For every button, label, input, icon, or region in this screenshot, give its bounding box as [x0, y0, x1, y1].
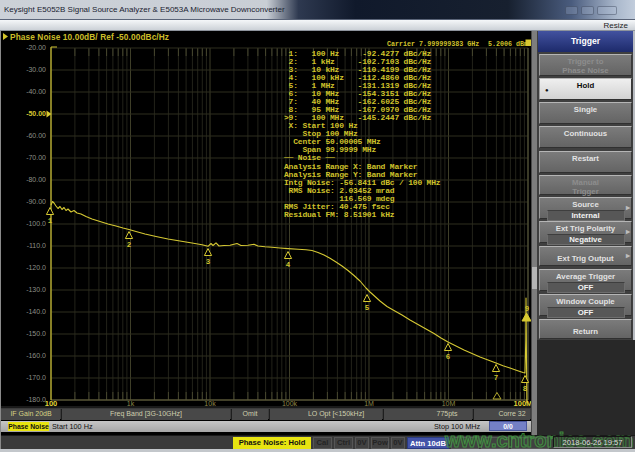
- svg-text:Phase Noise 10.00dB/ Ref -50.0: Phase Noise 10.00dB/ Ref -50.00dBc/Hz: [10, 32, 169, 42]
- svg-text:-150.0: -150.0: [26, 330, 46, 337]
- svg-text:-100.0: -100.0: [26, 220, 46, 227]
- svg-text:-30.00: -30.00: [26, 66, 46, 73]
- svg-text:-120.0: -120.0: [26, 264, 46, 271]
- svg-text:-140.0: -140.0: [26, 308, 46, 315]
- svg-text:-20.00: -20.00: [26, 44, 46, 51]
- svg-text:-70.00: -70.00: [26, 154, 46, 161]
- svg-text:4: 4: [286, 261, 291, 269]
- svg-text:Residual FM: 8.51901 kHz: Residual FM: 8.51901 kHz: [284, 210, 395, 219]
- svg-text:-160.0: -160.0: [26, 352, 46, 359]
- svg-text:5: 5: [365, 304, 370, 312]
- svg-text:-90.00: -90.00: [26, 198, 46, 205]
- svg-text:-170.0: -170.0: [26, 374, 46, 381]
- svg-text:Carrier 7.999999383 GHz: Carrier 7.999999383 GHz: [387, 40, 479, 48]
- svg-text:6: 6: [446, 353, 451, 361]
- svg-text:2: 2: [127, 241, 132, 249]
- svg-text:1: 1: [48, 217, 53, 225]
- svg-text:8: 8: [523, 385, 528, 393]
- svg-text:100M: 100M: [514, 399, 531, 407]
- svg-text:-130.0: -130.0: [26, 286, 46, 293]
- svg-text:-180.0: -180.0: [26, 396, 46, 403]
- svg-text:-60.00: -60.00: [26, 132, 46, 139]
- svg-text:-110.0: -110.0: [27, 242, 46, 249]
- svg-text:-50.00: -50.00: [26, 110, 46, 117]
- svg-text:3: 3: [206, 258, 211, 266]
- svg-text:5.2006 dBm: 5.2006 dBm: [488, 40, 528, 48]
- svg-text:7: 7: [494, 374, 499, 382]
- svg-text:9: 9: [525, 305, 530, 313]
- svg-text:-80.00: -80.00: [26, 176, 46, 183]
- svg-text:100: 100: [45, 399, 58, 407]
- svg-text:-40.00: -40.00: [26, 88, 46, 95]
